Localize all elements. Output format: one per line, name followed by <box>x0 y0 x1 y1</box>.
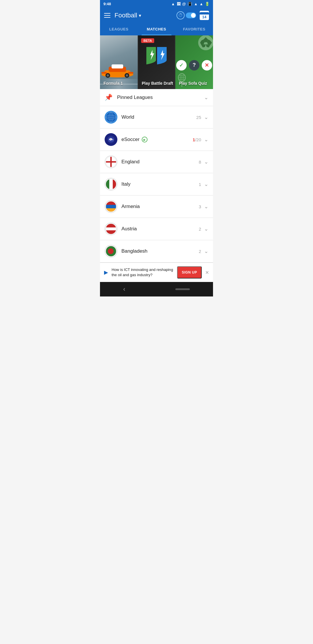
list-item-bangladesh[interactable]: Bangladesh 2 ⌄ <box>100 240 213 263</box>
bangladesh-flag-icon <box>105 245 117 258</box>
battle-draft-label: Play Battle Draft <box>142 81 173 86</box>
england-name: England <box>121 159 199 165</box>
header-right: ⏱ 14 <box>176 11 209 20</box>
clock-toggle[interactable]: ⏱ <box>176 11 196 19</box>
svg-point-35 <box>112 139 112 140</box>
ad-signup-button[interactable]: SIGN UP <box>177 266 202 278</box>
england-count: 8 <box>199 160 201 164</box>
italy-flag-icon <box>105 178 117 191</box>
svg-rect-46 <box>113 179 116 189</box>
quiz-icons-row: ✓ ? ✕ <box>176 60 212 70</box>
italy-count: 1 <box>199 182 201 187</box>
ad-banner: ▶ How is ICT innovating and reshaping th… <box>100 263 213 282</box>
tab-matches[interactable]: MATCHES <box>138 23 175 35</box>
svg-point-36 <box>112 140 113 140</box>
vibrate-icon: 📳 <box>188 2 192 6</box>
drive-icon: ▲ <box>171 2 175 6</box>
pin-icon: 📌 <box>105 94 112 101</box>
esoccer-icon <box>105 133 117 146</box>
esoccer-count: 1/20 <box>193 137 201 142</box>
status-icons: ▲ 🖼 @ 📳 ▲ ▲ 🔋 <box>171 2 210 6</box>
england-flag-icon <box>105 155 117 168</box>
svg-rect-41 <box>110 157 112 167</box>
ad-close-icon[interactable]: ✕ <box>205 270 209 275</box>
austria-name: Austria <box>121 226 199 232</box>
svg-point-5 <box>107 74 109 77</box>
tab-favorites[interactable]: FAVORITES <box>175 23 213 35</box>
armenia-flag-icon <box>105 200 117 213</box>
status-bar: 9:48 ▲ 🖼 @ 📳 ▲ ▲ 🔋 <box>100 0 213 8</box>
bangladesh-name: Bangladesh <box>121 248 199 254</box>
tabs: LEAGUES MATCHES FAVORITES <box>100 23 213 35</box>
sport-dropdown-arrow[interactable]: ▾ <box>139 13 141 18</box>
list-item-world[interactable]: World 25 ⌄ <box>100 106 213 129</box>
svg-rect-50 <box>106 205 116 208</box>
quiz-check-icon: ✓ <box>176 60 187 70</box>
calendar-button[interactable]: 14 <box>200 11 209 20</box>
world-flag-icon <box>105 111 117 124</box>
tab-leagues[interactable]: LEAGUES <box>100 23 138 35</box>
navigation-bar: ‹ <box>100 282 213 296</box>
esoccer-chevron: ⌄ <box>204 136 208 143</box>
bangladesh-count: 2 <box>199 249 201 254</box>
esoccer-name: eSoccer ▶ <box>121 137 193 142</box>
svg-rect-56 <box>106 230 116 234</box>
list-item-austria[interactable]: Austria 2 ⌄ <box>100 218 213 240</box>
beta-badge: BETA <box>141 38 154 43</box>
svg-rect-55 <box>106 227 116 230</box>
svg-rect-45 <box>109 179 113 189</box>
bangladesh-chevron: ⌄ <box>204 248 208 254</box>
home-indicator[interactable] <box>175 288 190 290</box>
image-icon: 🖼 <box>177 2 181 6</box>
esoccer-live-badge: ▶ <box>142 137 148 142</box>
clock-icon: ⏱ <box>176 11 185 19</box>
england-chevron: ⌄ <box>204 159 208 165</box>
at-icon: @ <box>182 2 186 6</box>
sport-title: Football <box>114 12 137 19</box>
svg-rect-54 <box>106 224 116 227</box>
battle-shield <box>145 44 168 67</box>
formula1-label: Formula 1 <box>103 81 123 86</box>
signal-icon: ▲ <box>199 2 203 6</box>
status-time: 9:48 <box>103 2 111 6</box>
austria-count: 2 <box>199 227 201 231</box>
world-chevron: ⌄ <box>204 114 208 120</box>
armenia-chevron: ⌄ <box>204 203 208 210</box>
svg-point-60 <box>108 248 114 254</box>
soccer-ball-deco <box>197 35 213 51</box>
list-item-esoccer[interactable]: eSoccer ▶ 1/20 ⌄ <box>100 129 213 151</box>
armenia-count: 3 <box>199 204 201 209</box>
quiz-question-icon: ? <box>189 60 199 70</box>
battle-draft-card[interactable]: BETA Play Battle Draft <box>138 35 175 89</box>
svg-point-7 <box>126 74 128 77</box>
austria-flag-icon <box>105 222 117 235</box>
pinned-leagues-label: Pinned Leagues <box>117 95 204 100</box>
sofa-quiz-card[interactable]: ✓ ? ✕ Play Sofa Quiz <box>175 35 213 89</box>
header: Football ▾ ⏱ 14 <box>100 8 213 23</box>
quiz-cross-icon: ✕ <box>202 60 212 70</box>
list-item-italy[interactable]: Italy 1 ⌄ <box>100 173 213 196</box>
list-item-england[interactable]: England 8 ⌄ <box>100 151 213 173</box>
battery-icon: 🔋 <box>205 2 210 6</box>
italy-name: Italy <box>121 181 199 187</box>
world-name: World <box>121 114 196 120</box>
header-title[interactable]: Football ▾ <box>114 12 141 19</box>
menu-button[interactable] <box>104 13 110 18</box>
wifi-icon: ▲ <box>194 2 198 6</box>
list-item-armenia[interactable]: Armenia 3 ⌄ <box>100 196 213 218</box>
svg-rect-44 <box>106 179 109 189</box>
ad-text: How is ICT innovating and reshaping the … <box>112 267 174 278</box>
back-button[interactable]: ‹ <box>123 285 125 293</box>
svg-rect-49 <box>106 201 116 205</box>
header-left: Football ▾ <box>104 12 141 19</box>
austria-chevron: ⌄ <box>204 226 208 232</box>
svg-rect-3 <box>112 64 123 68</box>
svg-rect-8 <box>101 72 107 74</box>
svg-rect-9 <box>128 72 133 74</box>
feature-cards: Formula 1 BETA Play Battle Draft <box>100 35 213 89</box>
italy-chevron: ⌄ <box>204 181 208 187</box>
live-toggle[interactable] <box>186 12 196 18</box>
armenia-name: Armenia <box>121 204 199 209</box>
formula1-card[interactable]: Formula 1 <box>100 35 138 89</box>
pinned-leagues-item[interactable]: 📌 Pinned Leagues ⌄ <box>100 89 213 106</box>
